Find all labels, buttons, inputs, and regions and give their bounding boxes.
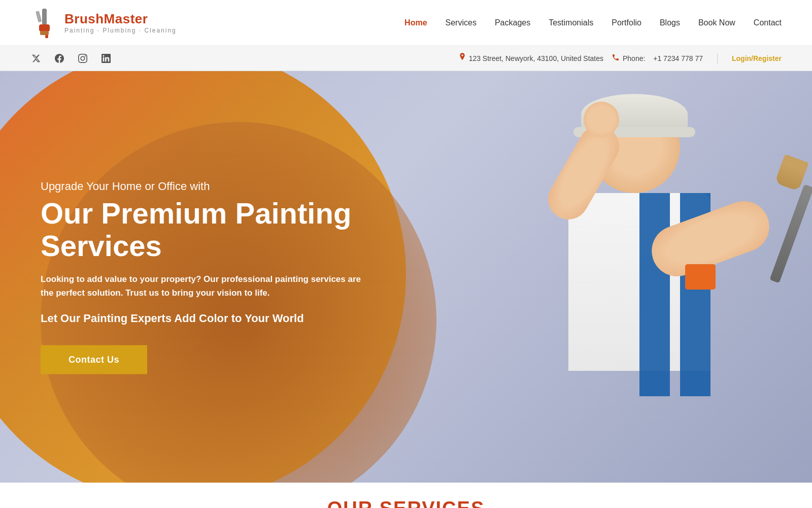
login-register-link[interactable]: Login/Register [732,54,782,62]
phone-number: +1 7234 778 77 [653,54,703,62]
top-navigation: BrushMaster Painting · Plumbing · Cleani… [0,0,812,46]
nav-services[interactable]: Services [446,18,477,27]
svg-rect-4 [36,11,42,22]
painter-overall-left [639,193,670,396]
hero-section: Upgrade Your Home or Office with Our Pre… [0,71,812,483]
hero-title: Our Premium Painting Services [41,197,396,262]
phone-info: Phone: +1 7234 778 77 [612,53,703,63]
svg-rect-1 [39,24,50,31]
hero-tagline: Let Our Painting Experts Add Color to Yo… [41,311,396,325]
brand-name: BrushMaster [64,11,177,27]
nav-testimonials[interactable]: Testimonials [549,18,593,27]
hero-description: Looking to add value to your property? O… [41,272,365,299]
nav-packages[interactable]: Packages [495,18,530,27]
address-info: 123 Street, Newyork, 43100, United State… [459,53,603,64]
brush-handle [769,184,812,283]
info-divider [717,53,718,64]
hero-content: Upgrade Your Home or Office with Our Pre… [41,180,396,374]
logo-icon [30,8,58,38]
svg-point-3 [45,35,48,38]
services-teaser: OUR SERVICES [0,483,812,508]
phone-label: Phone: [623,54,645,62]
svg-rect-2 [40,31,49,35]
svg-rect-0 [42,9,47,25]
nav-portfolio[interactable]: Portfolio [612,18,641,27]
painter-pocket [685,264,716,290]
twitter-icon[interactable] [30,53,42,64]
address-text: 123 Street, Newyork, 43100, United State… [469,54,603,62]
nav-blogs[interactable]: Blogs [660,18,680,27]
contact-us-button[interactable]: Contact Us [41,345,147,374]
main-nav: Home Services Packages Testimonials Port… [404,18,782,27]
info-bar: 123 Street, Newyork, 43100, United State… [0,46,812,71]
linkedin-icon[interactable] [100,53,112,64]
instagram-icon[interactable] [77,53,88,64]
nav-book-now[interactable]: Book Now [698,18,735,27]
services-section-heading: OUR SERVICES [0,498,812,508]
logo-text: BrushMaster Painting · Plumbing · Cleani… [64,11,177,34]
hero-subtitle: Upgrade Your Home or Office with [41,180,396,193]
brand-tagline: Painting · Plumbing · Cleaning [64,27,177,34]
contact-info: 123 Street, Newyork, 43100, United State… [459,53,782,64]
hero-painter-area [355,71,812,483]
logo[interactable]: BrushMaster Painting · Plumbing · Cleani… [30,8,177,38]
facebook-icon[interactable] [54,53,65,64]
location-icon [459,53,466,64]
nav-contact[interactable]: Contact [754,18,782,27]
social-links [30,53,112,64]
painter-hand-raised [584,102,619,137]
phone-icon [612,53,620,63]
nav-home[interactable]: Home [404,18,427,27]
